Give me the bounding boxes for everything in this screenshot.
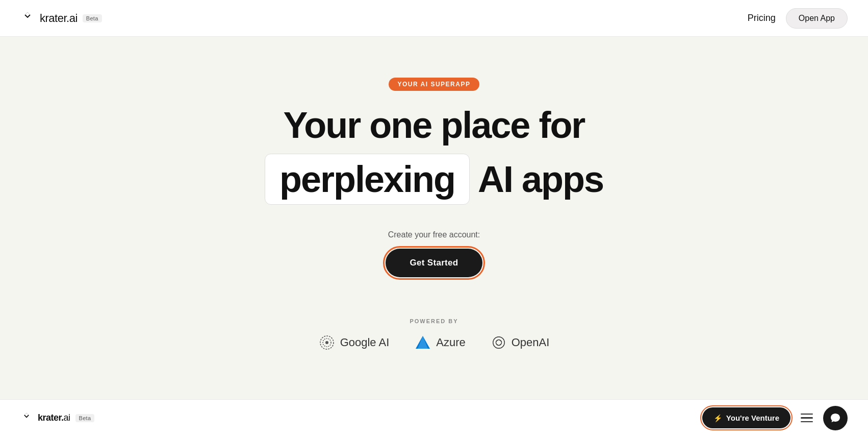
hero-section: YOUR AI SUPERAPP Your one place for perp… <box>0 37 868 412</box>
hero-headline-line1: Your one place for <box>284 105 585 146</box>
navbar-logo-group: krater.ai Beta <box>20 11 102 26</box>
svg-point-4 <box>325 341 328 344</box>
venture-button-label: You're Venture <box>726 414 779 422</box>
google-ai-icon <box>319 334 335 351</box>
get-started-button[interactable]: Get Started <box>386 249 483 277</box>
superapp-badge: YOUR AI SUPERAPP <box>389 78 480 91</box>
bottom-logo-icon <box>20 412 33 424</box>
cta-label: Create your free account: <box>388 230 480 239</box>
google-ai-logo: Google AI <box>319 334 390 351</box>
azure-logo: Azure <box>415 334 465 351</box>
logo-light: ai <box>69 12 78 25</box>
cta-section: Create your free account: Get Started <box>386 230 483 277</box>
openai-icon <box>491 335 506 350</box>
bottom-beta-badge: Beta <box>75 414 95 422</box>
brand-logos-row: Google AI Azure OpenAI <box>319 334 550 351</box>
beta-badge: Beta <box>83 14 102 22</box>
venture-button[interactable]: ⚡ You're Venture <box>702 407 790 428</box>
lightning-icon: ⚡ <box>713 414 722 422</box>
bottom-bar-actions: ⚡ You're Venture <box>702 406 848 430</box>
openai-label: OpenAI <box>512 336 550 349</box>
open-app-button[interactable]: Open App <box>786 8 848 29</box>
bottom-bar-logo: krater.ai Beta <box>20 412 94 424</box>
logo-bold: krater. <box>40 12 69 25</box>
hero-highlighted-word: perplexing <box>265 154 470 205</box>
chat-icon <box>830 413 841 424</box>
logo-text: krater.ai <box>40 12 78 25</box>
azure-label: Azure <box>436 336 465 349</box>
krater-logo-icon <box>20 11 35 26</box>
hero-headline-row2: perplexing AI apps <box>265 154 603 205</box>
openai-logo: OpenAI <box>491 335 550 350</box>
bottom-logo-text: krater.ai <box>38 413 70 423</box>
hamburger-line-3 <box>801 421 813 423</box>
chat-button[interactable] <box>823 406 848 430</box>
powered-by-section: POWERED BY Google AI Azure <box>319 318 550 381</box>
hamburger-line-1 <box>801 414 813 415</box>
google-ai-label: Google AI <box>340 336 390 349</box>
hero-ai-apps-text: AI apps <box>478 158 603 200</box>
pricing-link[interactable]: Pricing <box>748 13 776 23</box>
navbar: krater.ai Beta Pricing Open App <box>0 0 868 37</box>
hamburger-line-2 <box>801 417 813 419</box>
powered-by-label: POWERED BY <box>410 318 458 324</box>
hamburger-button[interactable] <box>799 411 815 425</box>
azure-icon <box>415 334 431 351</box>
navbar-actions: Pricing Open App <box>748 8 848 29</box>
bottom-bar: krater.ai Beta ⚡ You're Venture <box>0 399 868 436</box>
